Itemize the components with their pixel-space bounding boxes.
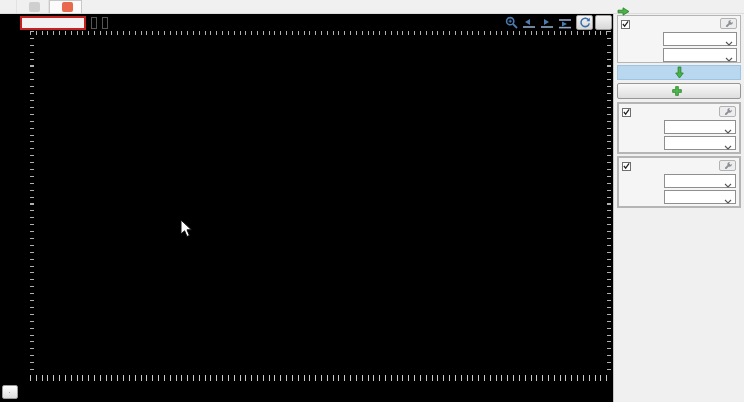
channel1-badge[interactable]: [91, 17, 97, 29]
plot-toolbar: [0, 14, 613, 31]
waveform-plot[interactable]: [30, 31, 612, 375]
time-options-button[interactable]: [720, 18, 737, 29]
channel2-checkbox[interactable]: [622, 162, 631, 171]
waveforms-scope-window: [0, 0, 744, 402]
channel1-options-button[interactable]: [719, 106, 736, 117]
x-axis-button[interactable]: [2, 385, 18, 399]
collapse-panel-arrow-icon[interactable]: [617, 2, 630, 20]
add-channel-button[interactable]: [617, 83, 741, 99]
bottom-tick-ruler: [30, 375, 612, 381]
zoom-fit-x-icon[interactable]: [522, 17, 536, 29]
plus-icon: [672, 86, 682, 96]
expand-drop-zone[interactable]: [617, 65, 741, 80]
channel2-range-select[interactable]: [664, 190, 736, 204]
tab-bar: [0, 0, 744, 14]
channel1-range-select[interactable]: [664, 136, 736, 150]
channel2-offset-select[interactable]: [664, 174, 736, 188]
chevron-down-icon: [724, 141, 732, 152]
y-axis-button[interactable]: [595, 15, 612, 30]
base-select[interactable]: [663, 48, 737, 62]
chevron-down-icon: [9, 392, 15, 393]
history-button[interactable]: [576, 15, 593, 30]
chevron-down-icon: [724, 125, 732, 136]
status-badge: [20, 16, 86, 30]
close-icon[interactable]: [62, 2, 73, 12]
zoom-icon[interactable]: [505, 16, 518, 29]
time-checkbox[interactable]: [621, 20, 630, 29]
arrow-down-icon: [675, 66, 684, 79]
channel2-group: [617, 156, 741, 208]
close-icon[interactable]: [29, 2, 40, 12]
tab-capture-fault[interactable]: [17, 0, 49, 13]
channel1-offset-select[interactable]: [664, 120, 736, 134]
scope-display: [0, 14, 613, 402]
chevron-down-icon: [725, 53, 733, 64]
position-select[interactable]: [663, 32, 737, 46]
channel2-badge[interactable]: [102, 17, 108, 29]
time-group: [617, 15, 741, 63]
chevron-down-icon: [724, 195, 732, 206]
mouse-cursor: [180, 219, 193, 242]
settings-sidebar: [613, 14, 744, 402]
channel1-checkbox[interactable]: [622, 108, 631, 117]
zoom-fit-all-icon[interactable]: [558, 17, 572, 29]
chevron-down-icon: [725, 37, 733, 48]
chevron-down-icon: [724, 179, 732, 190]
channel2-options-button[interactable]: [719, 160, 736, 171]
zoom-fit-y-icon[interactable]: [540, 17, 554, 29]
tab-buffers[interactable]: [0, 0, 17, 13]
tab-capture-active[interactable]: [49, 0, 82, 13]
channel1-group: [617, 102, 741, 154]
